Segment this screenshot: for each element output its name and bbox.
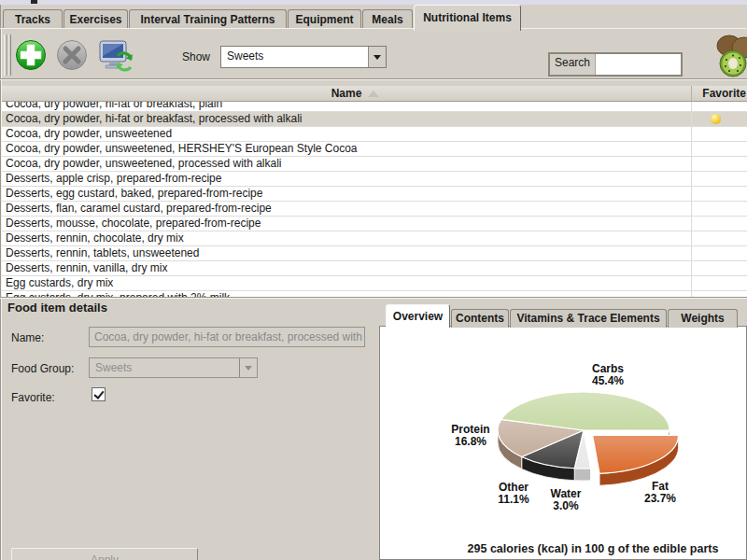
table-row[interactable]: Desserts, mousse, chocolate, prepared-fr… bbox=[2, 217, 747, 231]
food-item-name: Desserts, rennin, chocolate, dry mix bbox=[2, 231, 691, 245]
pie-label-carbs: Carbs45.4% bbox=[592, 362, 624, 387]
favorite-cell bbox=[691, 246, 747, 260]
favorite-cell bbox=[691, 142, 747, 156]
table-row[interactable]: Desserts, rennin, chocolate, dry mix bbox=[2, 231, 747, 246]
tab-overview[interactable]: Overview bbox=[386, 304, 450, 328]
tab-divider bbox=[0, 28, 747, 29]
food-item-name: Desserts, rennin, vanilla, dry mix bbox=[2, 261, 691, 275]
table-row[interactable]: Cocoa, dry powder, unsweetened bbox=[2, 127, 747, 142]
food-item-name: Desserts, egg custard, baked, prepared-f… bbox=[2, 187, 691, 201]
gray-x-icon bbox=[56, 39, 88, 71]
favorite-cell bbox=[691, 231, 747, 245]
food-item-name: Desserts, mousse, chocolate, prepared-fr… bbox=[2, 217, 691, 231]
tab-exercises[interactable]: Exercises bbox=[63, 9, 128, 29]
green-plus-icon bbox=[15, 39, 47, 71]
name-label: Name: bbox=[11, 331, 44, 344]
favorite-cell bbox=[691, 276, 747, 290]
favorite-label: Favorite: bbox=[11, 391, 55, 404]
food-item-name: Desserts, flan, caramel custard, prepare… bbox=[2, 202, 691, 216]
column-header-name[interactable]: Name bbox=[2, 86, 691, 101]
favorite-cell bbox=[691, 187, 747, 201]
delete-item-button-disabled[interactable] bbox=[56, 39, 88, 71]
calorie-caption: 295 calories (kcal) in 100 g of the edib… bbox=[439, 542, 747, 555]
details-panel-title: Food item details bbox=[7, 301, 107, 315]
food-item-name: Cocoa, dry powder, unsweetened, HERSHEY'… bbox=[2, 142, 691, 156]
food-group-select-disabled[interactable]: Sweets bbox=[89, 357, 258, 378]
food-item-name: Cocoa, dry powder, unsweetened, processe… bbox=[2, 157, 691, 171]
tab-tracks[interactable]: Tracks bbox=[3, 9, 63, 29]
tab-nutritional-items[interactable]: Nutritional Items bbox=[414, 5, 521, 31]
search-label: Search bbox=[550, 54, 596, 75]
name-field-disabled[interactable]: Cocoa, dry powder, hi-fat or breakfast, … bbox=[89, 327, 365, 347]
tab-equipment[interactable]: Equipment bbox=[288, 9, 361, 29]
table-row[interactable]: Egg custards, dry mix, prepared with 2% … bbox=[2, 291, 747, 297]
dropdown-arrow-button bbox=[239, 358, 257, 377]
table-row[interactable]: Desserts, rennin, tablets, unsweetened bbox=[2, 246, 747, 261]
clipped-menu-artifact bbox=[31, 0, 37, 4]
toolbar: Show Sweets Search bbox=[2, 29, 747, 78]
food-group-filter-value: Sweets bbox=[221, 47, 368, 67]
tab-interval-training-patterns[interactable]: Interval Training Patterns bbox=[129, 9, 287, 29]
food-item-name: Desserts, apple crisp, prepared-from-rec… bbox=[2, 172, 691, 186]
food-group-label: Food Group: bbox=[11, 362, 74, 375]
food-group-filter-select[interactable]: Sweets bbox=[220, 46, 387, 68]
nutrition-app-window: TracksExercisesInterval Training Pattern… bbox=[0, 0, 747, 560]
table-header: Name Favorite bbox=[2, 86, 747, 102]
toolbar-divider-highlight bbox=[0, 79, 747, 80]
dropdown-arrow-button[interactable] bbox=[368, 47, 386, 67]
nutrient-pie-chart: Fat23.7%Water3.0%Other11.1%Protein16.8%C… bbox=[392, 347, 747, 525]
show-filter-label: Show bbox=[182, 50, 210, 63]
favorite-cell bbox=[691, 217, 747, 231]
table-row[interactable]: Desserts, apple crisp, prepared-from-rec… bbox=[2, 172, 747, 187]
tab-contents[interactable]: Contents bbox=[451, 309, 509, 328]
food-item-name: Egg custards, dry mix bbox=[2, 276, 691, 290]
toolbar-grip[interactable] bbox=[7, 35, 11, 76]
favorite-cell bbox=[691, 291, 747, 297]
table-row[interactable]: Desserts, egg custard, baked, prepared-f… bbox=[2, 187, 747, 202]
food-item-name: Desserts, rennin, tablets, unsweetened bbox=[2, 246, 691, 260]
table-row[interactable]: Cocoa, dry powder, unsweetened, HERSHEY'… bbox=[2, 142, 747, 157]
chevron-down-icon bbox=[374, 55, 381, 60]
food-item-name: Cocoa, dry powder, unsweetened bbox=[2, 127, 691, 141]
favorite-cell bbox=[691, 261, 747, 275]
table-row[interactable]: Desserts, rennin, vanilla, dry mix bbox=[2, 261, 747, 276]
search-input[interactable] bbox=[596, 54, 681, 75]
computer-sync-icon bbox=[97, 39, 134, 75]
table-row-selected[interactable]: Cocoa, dry powder, hi-fat or breakfast, … bbox=[2, 112, 747, 127]
table-row[interactable]: Egg custards, dry mix bbox=[2, 276, 747, 291]
favorite-dot-icon bbox=[711, 114, 721, 124]
add-item-button[interactable] bbox=[15, 39, 47, 71]
tab-meals[interactable]: Meals bbox=[362, 9, 413, 29]
food-item-name: Cocoa, dry powder, hi-fat or breakfast, … bbox=[2, 112, 691, 126]
favorite-checkbox-checked[interactable] bbox=[92, 387, 106, 401]
import-nutrition-data-button[interactable] bbox=[97, 39, 134, 71]
favorite-cell bbox=[691, 172, 747, 186]
food-group-value: Sweets bbox=[90, 358, 239, 377]
table-row[interactable]: Cocoa, dry powder, unsweetened, processe… bbox=[2, 157, 747, 172]
favorite-cell bbox=[691, 112, 747, 126]
food-items-table: Cocoa, dry powder, hi-fat or breakfast, … bbox=[2, 97, 747, 297]
tab-vitamins-trace-elements[interactable]: Vitamins & Trace Elements bbox=[510, 309, 667, 328]
table-row[interactable]: Desserts, flan, caramel custard, prepare… bbox=[2, 202, 747, 217]
pie-label-protein: Protein16.8% bbox=[451, 423, 489, 448]
clipped-menubar-strip bbox=[0, 0, 747, 5]
sort-ascending-icon bbox=[368, 91, 379, 97]
favorite-cell bbox=[691, 202, 747, 216]
favorite-cell bbox=[691, 157, 747, 171]
column-header-favorite[interactable]: Favorite bbox=[691, 86, 747, 101]
tab-weights[interactable]: Weights bbox=[668, 309, 738, 328]
pie-label-fat: Fat23.7% bbox=[644, 480, 676, 505]
food-item-name: Egg custards, dry mix, prepared with 2% … bbox=[2, 291, 691, 297]
chevron-down-icon bbox=[245, 366, 252, 371]
search-box: Search bbox=[548, 52, 683, 77]
kiwi-fruit-icon bbox=[712, 33, 747, 79]
apply-button[interactable]: Apply bbox=[11, 548, 198, 560]
pie-label-water: Water3.0% bbox=[551, 487, 582, 512]
favorite-cell bbox=[691, 127, 747, 141]
panel-divider-highlight bbox=[0, 298, 747, 299]
kiwi-logo bbox=[712, 33, 747, 79]
pie-rim-water bbox=[574, 469, 590, 481]
pie-label-other: Other11.1% bbox=[498, 481, 529, 506]
